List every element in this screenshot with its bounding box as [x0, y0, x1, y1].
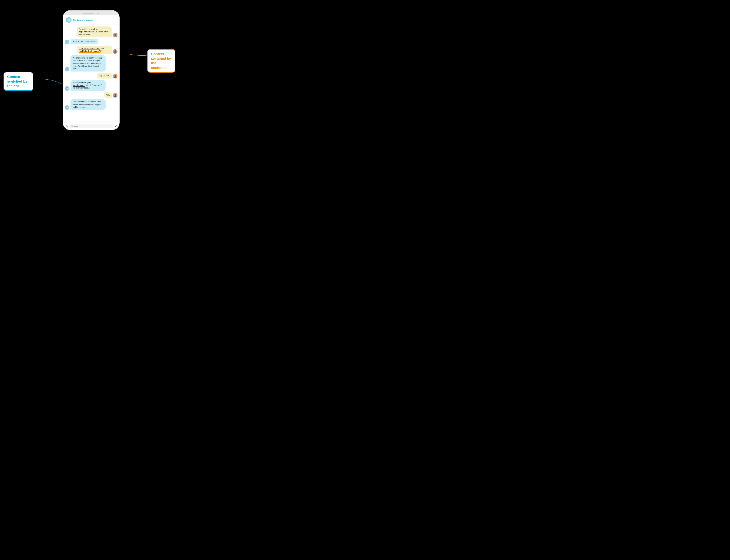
annotation-bot-label: Context switched by the bot — [7, 75, 27, 88]
msg-row-7: 👤 Yes. — [65, 92, 117, 98]
svg-point-15 — [67, 107, 67, 108]
annotation-customer-label: Context switched by the customer — [151, 52, 171, 70]
chat-messages[interactable]: 👤 I'm looking to book an appointment wit… — [63, 25, 119, 123]
msg-row-6: Shall I confirm your appointment with Dr… — [65, 80, 117, 91]
svg-point-8 — [66, 68, 68, 70]
phone-notch — [83, 13, 94, 14]
chat-header-title: Customer support — [73, 19, 93, 21]
annotation-bot: Context switched by the bot — [4, 72, 33, 91]
phone-screen: Customer support 👤 I'm looking to book a… — [63, 15, 119, 130]
msg-row-2: Sure, is 7 pm fine with you? — [65, 39, 117, 44]
svg-point-10 — [67, 69, 68, 69]
bubble-1: I'm looking to book an appointment with … — [77, 26, 112, 37]
bot-icon-6 — [66, 87, 69, 90]
phone-camera — [97, 13, 99, 14]
msg-row-5: 👤 May be later. — [65, 73, 117, 78]
bot-avatar-6 — [65, 86, 69, 91]
bot-header-avatar — [66, 17, 72, 23]
message-input[interactable] — [69, 124, 113, 128]
phone-notch-area — [63, 11, 119, 15]
svg-point-5 — [66, 41, 68, 43]
microphone-icon[interactable]: 🎤 — [114, 125, 117, 128]
msg-row-1: 👤 I'm looking to book an appointment wit… — [65, 26, 117, 37]
user-avatar-7: 👤 — [113, 93, 117, 98]
svg-point-2 — [69, 19, 70, 20]
user-avatar-5: 👤 — [113, 74, 117, 79]
bot-avatar-2 — [65, 40, 69, 44]
phone: Customer support 👤 I'm looking to book a… — [63, 11, 119, 130]
svg-point-1 — [68, 19, 69, 20]
svg-point-3 — [69, 19, 69, 19]
scene: Customer support 👤 I'm looking to book a… — [4, 2, 179, 138]
bot-header-icon — [67, 18, 71, 22]
annotation-customer: Context switched by the customer — [147, 49, 175, 73]
chat-header: Customer support — [63, 15, 119, 25]
bubble-3: BTW, do you guys offer full health body … — [77, 46, 112, 54]
svg-point-13 — [67, 88, 68, 89]
bubble-5: May be later. — [97, 73, 112, 78]
svg-point-14 — [66, 106, 68, 109]
msg-row-4: We offer complete health check-up with 8… — [65, 55, 117, 72]
bot-icon-4 — [66, 68, 69, 71]
svg-point-11 — [66, 87, 68, 90]
bot-avatar-4 — [65, 67, 69, 72]
msg-row-3: 👤 BTW, do you guys offer full health bod… — [65, 46, 117, 54]
bubble-2: Sure, is 7 pm fine with you? — [70, 39, 98, 44]
msg-row-8: The appointment is booked & the details … — [65, 99, 117, 110]
user-avatar-1: 👤 — [113, 33, 117, 37]
svg-point-9 — [67, 69, 67, 69]
bot-avatar-8 — [65, 105, 69, 110]
svg-point-12 — [67, 88, 67, 89]
user-avatar-3: 👤 — [113, 49, 117, 54]
svg-point-16 — [67, 107, 68, 108]
chat-input-area: 📎 🎤 — [63, 123, 119, 130]
bubble-4: We offer complete health check-up with 8… — [70, 55, 106, 72]
bubble-6: Shall I confirm your appointment with Dr… — [70, 80, 106, 91]
bubble-8: The appointment is booked & the details … — [70, 99, 106, 110]
bot-icon-8 — [66, 106, 69, 109]
bubble-7: Yes. — [104, 92, 112, 98]
svg-point-6 — [67, 42, 67, 42]
bot-icon-2 — [66, 41, 69, 43]
attachment-icon[interactable]: 📎 — [65, 125, 68, 128]
svg-point-7 — [67, 42, 68, 42]
